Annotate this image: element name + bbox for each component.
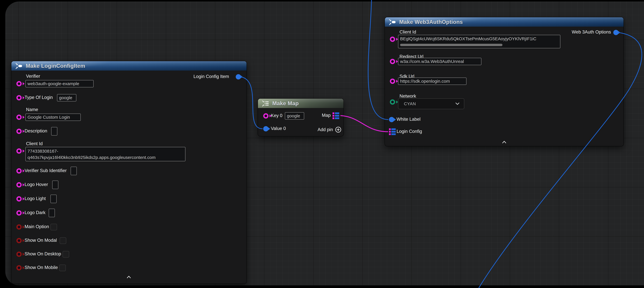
pin-label: Client Id	[26, 141, 43, 146]
input-pin-verifier[interactable]	[16, 81, 22, 86]
input-pin-type-of-login[interactable]	[16, 95, 22, 100]
verifier-input[interactable]: web3auth-google-example	[26, 80, 94, 87]
input-pin-description[interactable]	[16, 129, 22, 134]
output-pin-login-config-item[interactable]	[236, 74, 241, 80]
pin-label: Type Of Login	[24, 95, 53, 100]
pin-label: White Label	[396, 117, 420, 122]
type-of-login-input[interactable]: google	[57, 94, 76, 101]
make-struct-icon	[389, 19, 396, 26]
input-pin-redirect-url[interactable]	[390, 59, 395, 64]
logo-hover-input[interactable]	[52, 181, 58, 189]
pin-label: Client Id	[400, 30, 416, 35]
make-struct-icon	[15, 63, 23, 69]
node-title: Make Map	[272, 100, 299, 107]
client-id-line2: q463s7kpvja16l4l0kko3nb925ikds2p.apps.go…	[28, 154, 183, 161]
show-on-modal-checkbox[interactable]	[60, 237, 66, 244]
output-pin-map[interactable]	[332, 112, 339, 119]
node-make-loginconfigitem[interactable]: Make LoginConfigItem Login Config Item V…	[12, 61, 246, 283]
pin-label: Logo Dark	[24, 210, 46, 215]
pin-label: Key 0	[271, 113, 282, 118]
logo-dark-input[interactable]	[49, 209, 55, 217]
add-pin-label: Add pin	[318, 127, 333, 132]
input-pin-client-id[interactable]	[16, 148, 22, 154]
pin-label: Name	[26, 107, 38, 112]
chevron-down-icon	[455, 102, 460, 105]
node-make-web3authoptions[interactable]: Make Web3AuthOptions Web 3Auth Options C…	[385, 17, 624, 146]
node-header[interactable]: Make Map	[258, 99, 344, 108]
input-pin-login-config[interactable]	[389, 128, 396, 135]
pin-label: Description	[24, 128, 47, 134]
output-pin-label: Web 3Auth Options	[572, 30, 611, 35]
input-pin-logo-dark[interactable]	[16, 210, 22, 215]
pin-label: Verifier Sub Identifier	[24, 168, 67, 173]
output-pin-web3auth-options[interactable]	[613, 30, 618, 35]
output-pin-label: Login Config Item	[194, 74, 229, 79]
input-pin-verifier-sub-identifier[interactable]	[16, 168, 22, 174]
show-on-desktop-checkbox[interactable]	[62, 251, 69, 257]
node-title: Make Web3AuthOptions	[399, 19, 463, 25]
input-pin-show-on-mobile[interactable]	[16, 265, 22, 270]
pin-label: Network	[400, 94, 416, 99]
pin-label: Verifier	[26, 74, 40, 79]
main-option-checkbox[interactable]	[50, 224, 57, 230]
node-header[interactable]: Make Web3AuthOptions	[385, 17, 624, 27]
pin-label: Logo Light	[24, 196, 46, 201]
blueprint-editor: { "colors":{ "string_pin":"#e326d9","boo…	[0, 0, 644, 288]
collapse-node-icon[interactable]	[126, 275, 131, 279]
client-id-input[interactable]: BEglQSgt4cUWcj6SKRdu5QkOXTsePmMcusG5EAoy…	[398, 35, 560, 48]
pin-label: Show On Mobile	[24, 265, 58, 270]
node-title: Make LoginConfigItem	[26, 63, 85, 69]
name-input[interactable]: Google Custom Login	[26, 114, 81, 121]
output-pin-label: Map	[322, 113, 331, 118]
network-dropdown[interactable]: CYAN	[398, 98, 464, 109]
input-pin-show-on-modal[interactable]	[16, 238, 22, 243]
input-pin-name[interactable]	[16, 115, 22, 120]
node-make-map[interactable]: Make Map Key 0 google Map Value 0 Add pi…	[258, 99, 344, 136]
input-pin-show-on-desktop[interactable]	[16, 251, 22, 257]
client-id-input[interactable]: 774338308167- q463s7kpvja16l4l0kko3nb925…	[26, 147, 186, 161]
client-id-line1: 774338308167-	[28, 148, 183, 154]
input-pin-logo-light[interactable]	[16, 196, 22, 201]
input-pin-main-option[interactable]	[16, 224, 22, 230]
input-pin-sdk-url[interactable]	[390, 79, 395, 84]
input-pin-key-0[interactable]	[263, 113, 268, 119]
show-on-mobile-checkbox[interactable]	[59, 264, 66, 271]
pin-label: Logo Hover	[24, 182, 48, 187]
input-pin-network[interactable]	[390, 99, 395, 105]
add-pin-plus-icon	[335, 126, 342, 133]
add-pin-button[interactable]: Add pin	[318, 126, 342, 133]
pin-label: Show On Modal	[24, 238, 57, 243]
input-pin-white-label[interactable]	[389, 117, 394, 122]
input-pin-client-id[interactable]	[390, 37, 395, 42]
pin-label: Show On Desktop	[24, 251, 61, 256]
verifier-sub-identifier-input[interactable]	[71, 167, 77, 175]
pin-label: Login Config	[396, 129, 422, 134]
node-header[interactable]: Make LoginConfigItem	[12, 61, 246, 71]
network-selected-value: CYAN	[404, 101, 416, 106]
pin-label: Main Option	[24, 224, 49, 229]
logo-light-input[interactable]	[50, 195, 56, 203]
redirect-url-input[interactable]: w3a://com.w3a.Web3AuthUnreal	[398, 58, 482, 65]
sdk-url-input[interactable]: https://sdk.openlogin.com	[398, 78, 466, 85]
client-id-scrollbar[interactable]	[400, 44, 502, 46]
description-input[interactable]	[51, 127, 57, 136]
make-map-icon	[262, 100, 269, 107]
input-pin-logo-hover[interactable]	[16, 182, 22, 187]
key-0-input[interactable]: google	[285, 112, 304, 120]
collapse-node-icon[interactable]	[502, 140, 507, 144]
input-pin-value-0[interactable]	[263, 126, 268, 131]
pin-label: Value 0	[271, 126, 286, 131]
